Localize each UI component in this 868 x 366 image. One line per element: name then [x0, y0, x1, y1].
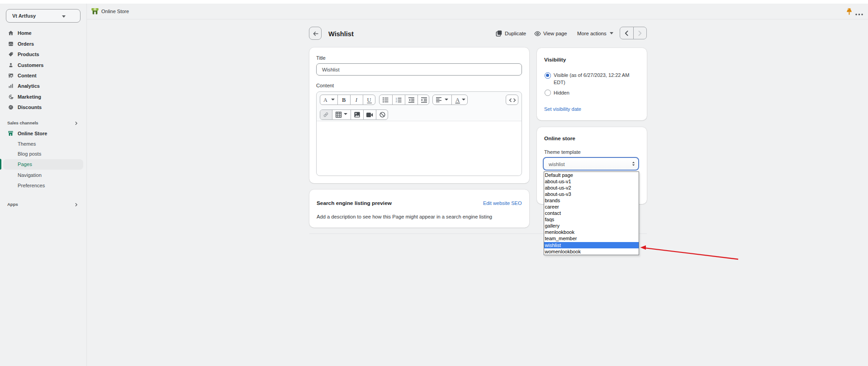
svg-text:2: 2: [396, 100, 397, 103]
svg-text:U: U: [367, 97, 371, 103]
svg-text:1: 1: [396, 97, 397, 100]
svg-text:I: I: [355, 97, 357, 103]
svg-text:B: B: [342, 97, 345, 103]
svg-text:A: A: [455, 97, 460, 103]
svg-text:A: A: [323, 97, 327, 103]
